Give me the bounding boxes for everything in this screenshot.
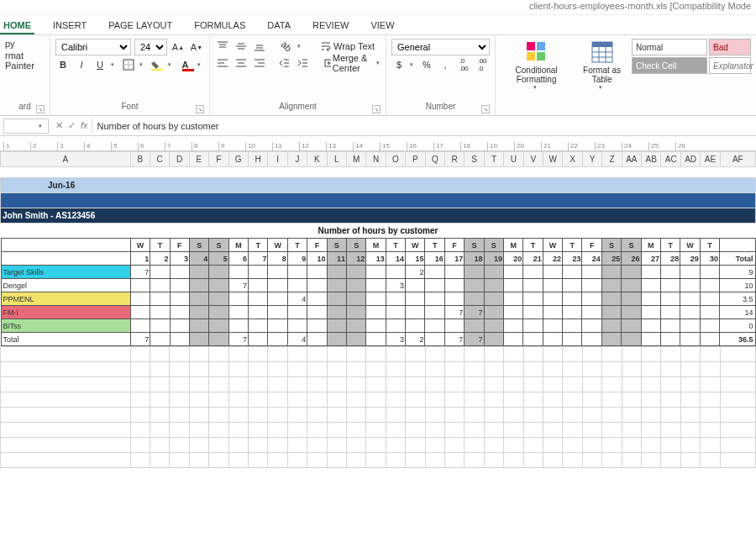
col-header[interactable]: K (307, 152, 327, 167)
copy-button[interactable]: py (5, 39, 15, 49)
style-bad[interactable]: Bad (709, 39, 751, 55)
italic-button[interactable]: I (74, 57, 89, 72)
cell-styles-gallery[interactable]: Normal Bad Check Cell Explanator (632, 39, 751, 74)
wrap-text-button[interactable]: Wrap Text (316, 39, 379, 54)
col-header[interactable]: Y (582, 152, 601, 167)
format-table-icon (591, 40, 614, 64)
col-header[interactable]: AD (680, 152, 700, 167)
accounting-format-button[interactable]: $ (391, 57, 407, 72)
decrease-decimal-button[interactable]: .00.0 (475, 57, 490, 72)
group-label-number: Number↘ (391, 102, 490, 113)
bold-button[interactable]: B (55, 57, 71, 72)
merge-center-button[interactable]: Merge & Center (320, 55, 374, 71)
col-header[interactable]: H (248, 152, 267, 167)
col-header[interactable]: G (228, 152, 248, 167)
col-header[interactable]: F (209, 152, 228, 167)
col-header[interactable]: L (327, 152, 346, 167)
col-header[interactable]: T (484, 152, 503, 167)
group-label-alignment: Alignment↘ (215, 102, 381, 113)
col-header[interactable]: I (268, 152, 287, 167)
col-header[interactable]: E (189, 152, 208, 167)
increase-indent-button[interactable] (295, 55, 310, 71)
svg-rect-30 (527, 42, 535, 50)
tab-formulas[interactable]: FORMULAS (191, 18, 249, 34)
empty-grid[interactable] (0, 346, 756, 468)
style-explanatory[interactable]: Explanator (709, 57, 751, 74)
percent-format-button[interactable]: % (419, 57, 434, 72)
col-header[interactable]: O (386, 152, 405, 167)
style-check-cell[interactable]: Check Cell (632, 57, 707, 74)
col-header[interactable]: AA (622, 152, 641, 167)
tab-page-layout[interactable]: PAGE LAYOUT (105, 18, 176, 34)
shrink-font-button[interactable]: A▼ (189, 39, 204, 55)
align-right-button[interactable] (252, 55, 267, 71)
merge-icon (324, 57, 331, 69)
clipboard-launcher-icon[interactable]: ↘ (36, 105, 45, 113)
fill-color-button[interactable] (150, 57, 165, 72)
orientation-button[interactable]: ab (279, 39, 294, 54)
comma-format-button[interactable]: , (438, 57, 453, 72)
col-header[interactable]: R (445, 152, 465, 167)
group-label-clipboard: ard↘ (5, 102, 45, 113)
tab-view[interactable]: VIEW (367, 18, 397, 34)
col-header[interactable]: P (406, 152, 425, 167)
decrease-indent-button[interactable] (276, 55, 291, 71)
format-painter-button[interactable]: rmat Painter (5, 50, 45, 71)
col-header[interactable]: S (465, 152, 484, 167)
col-header[interactable]: W (543, 152, 563, 167)
svg-rect-33 (537, 52, 545, 61)
enter-formula-button[interactable]: ✓ (68, 120, 76, 131)
increase-decimal-button[interactable]: .0.00 (456, 57, 471, 72)
style-normal[interactable]: Normal (632, 39, 707, 55)
col-header[interactable]: U (504, 152, 523, 167)
employee-name-cell[interactable]: John Smith - AS123456 (1, 208, 756, 223)
col-header[interactable]: C (150, 152, 169, 167)
chevron-down-icon[interactable]: ▾ (39, 123, 45, 129)
number-format-select[interactable]: General (391, 39, 490, 55)
align-center-button[interactable] (234, 55, 249, 71)
col-header[interactable]: J (287, 152, 307, 167)
format-as-table-button[interactable]: Format as Table▾ (575, 39, 628, 92)
col-header[interactable]: Z (602, 152, 622, 167)
align-top-button[interactable] (215, 39, 230, 54)
align-bottom-button[interactable] (252, 39, 267, 54)
col-header[interactable]: A (1, 152, 131, 167)
worksheet[interactable]: Jun-16 John Smith - AS123456 Number of h… (0, 169, 756, 346)
number-launcher-icon[interactable]: ↘ (481, 105, 490, 113)
align-middle-button[interactable] (234, 39, 249, 54)
col-header[interactable]: X (563, 152, 582, 167)
col-header[interactable]: AC (661, 152, 680, 167)
font-name-select[interactable]: Calibri (55, 39, 131, 55)
month-cell[interactable]: Jun-16 (1, 177, 756, 192)
grow-font-button[interactable]: A▲ (171, 39, 186, 55)
col-header[interactable]: N (366, 152, 386, 167)
col-header[interactable]: M (346, 152, 365, 167)
font-color-swatch (182, 69, 194, 71)
font-size-select[interactable]: 24 (134, 39, 167, 55)
cancel-formula-button[interactable]: ✕ (55, 120, 63, 131)
tab-insert[interactable]: INSERT (50, 18, 90, 34)
col-header[interactable]: AE (701, 152, 720, 167)
fx-icon[interactable]: fx (81, 120, 88, 131)
col-header[interactable]: B (130, 152, 150, 167)
tab-review[interactable]: REVIEW (309, 18, 352, 34)
align-left-button[interactable] (215, 55, 230, 71)
font-launcher-icon[interactable]: ↘ (196, 105, 204, 113)
conditional-formatting-button[interactable]: Conditional Formatting▾ (501, 39, 572, 92)
col-header[interactable]: Q (425, 152, 444, 167)
tab-home[interactable]: HOME (0, 18, 34, 34)
borders-icon (123, 59, 134, 71)
col-header[interactable]: D (170, 152, 189, 167)
name-box[interactable]: ▾ (3, 118, 49, 134)
ribbon-tabs: HOME INSERT PAGE LAYOUT FORMULAS DATA RE… (0, 15, 756, 35)
hours-table[interactable]: WTFSSMTWTFSSMTWTFSSMTWTFSSMTWT1234567891… (1, 238, 756, 346)
borders-button[interactable] (121, 57, 136, 72)
col-header[interactable]: V (523, 152, 543, 167)
col-header[interactable]: AB (642, 152, 661, 167)
formula-input[interactable]: Number of hours by customer (92, 118, 756, 134)
alignment-launcher-icon[interactable]: ↘ (372, 105, 381, 113)
column-headers: ABCDEFGHIJKLMNOPQRSTUVWXYZAAABACADAEAF (0, 151, 756, 167)
underline-button[interactable]: U (92, 57, 108, 72)
col-header[interactable]: AF (720, 152, 755, 167)
tab-data[interactable]: DATA (264, 18, 294, 34)
